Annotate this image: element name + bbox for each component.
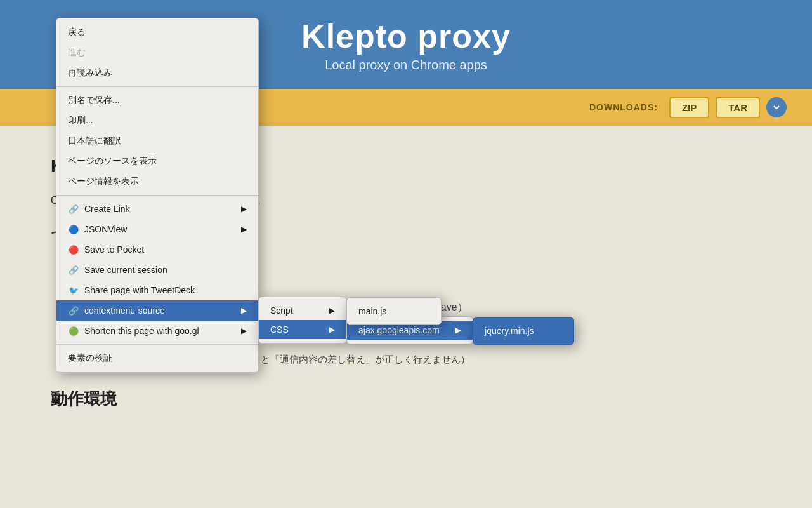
tar-download-button[interactable]: TAR xyxy=(716,97,760,118)
arrow-icon xyxy=(772,103,781,112)
arrow-icon: ▶ xyxy=(241,306,247,315)
ctx-shorten-label: Shorten this page with goo.gl xyxy=(84,326,231,336)
ctx-inspect-label: 要素の検証 xyxy=(68,352,247,364)
ctx-translate[interactable]: 日本語に翻訳 xyxy=(56,131,258,151)
ctx-tweetdeck[interactable]: 🐦 Share page with TweetDeck xyxy=(56,280,258,300)
ctx-jsonview-label: JSONView xyxy=(84,224,231,234)
ctx-create-link-label: Create Link xyxy=(84,204,231,214)
arrow-icon: ▶ xyxy=(241,225,247,234)
arrow-icon: ▶ xyxy=(241,326,247,335)
tweetdeck-icon: 🐦 xyxy=(68,284,79,296)
submenu-script-items: main.js xyxy=(346,297,442,325)
submenu-main-js[interactable]: main.js xyxy=(347,302,441,321)
site-subtitle: Local proxy on Chrome apps xyxy=(301,58,511,72)
ctx-reload[interactable]: 再読み込み xyxy=(56,63,258,83)
header-content: Klepto proxy Local proxy on Chrome apps xyxy=(301,17,511,72)
submenu-main-js-label: main.js xyxy=(358,306,386,316)
ctx-tweetdeck-label: Share page with TweetDeck xyxy=(84,285,247,295)
ctx-save-as[interactable]: 別名で保存... xyxy=(56,90,258,110)
ctx-translate-label: 日本語に翻訳 xyxy=(68,135,247,147)
env-heading: 動作環境 xyxy=(51,385,761,413)
submenu-jquery-min-label: jquery.min.js xyxy=(485,326,534,336)
ctx-reload-label: 再読み込み xyxy=(68,67,247,79)
ctx-pocket[interactable]: 🔴 Save to Pocket xyxy=(56,239,258,260)
arrow-icon: ▶ xyxy=(455,326,461,335)
link-icon: 🔗 xyxy=(68,203,79,215)
ctx-session-label: Save current session xyxy=(84,265,247,275)
submenu-level-1: Script ▶ main.js CSS ▶ ajax.googleapis.c… xyxy=(258,297,347,344)
ctx-forward-label: 進む xyxy=(68,47,247,58)
zip-download-button[interactable]: ZIP xyxy=(669,97,709,118)
ctx-back[interactable]: 戻る xyxy=(56,22,258,43)
ctx-inspect[interactable]: 要素の検証 xyxy=(56,348,258,368)
submenu-jquery: jquery.min.js xyxy=(473,317,574,345)
session-icon: 🔗 xyxy=(68,264,79,276)
submenu-jquery-min[interactable]: jquery.min.js xyxy=(473,321,573,340)
pocket-icon: 🔴 xyxy=(68,244,79,255)
ctx-view-source[interactable]: ページのソースを表示 xyxy=(56,151,258,171)
ctx-shorten[interactable]: 🟢 Shorten this page with goo.gl ▶ xyxy=(56,321,258,341)
ctx-forward[interactable]: 進む xyxy=(56,43,258,63)
submenu-script-label: Script xyxy=(270,305,293,316)
shorten-icon: 🟢 xyxy=(68,325,79,337)
contextmenu-source-icon: 🔗 xyxy=(68,305,79,316)
submenu-css-label: CSS xyxy=(270,324,289,335)
arrow-icon: ▶ xyxy=(329,306,335,315)
ctx-jsonview[interactable]: 🔵 JSONView ▶ xyxy=(56,219,258,239)
downloads-label: DOWNLOADS: xyxy=(589,102,658,112)
ctx-save-as-label: 別名で保存... xyxy=(68,95,247,106)
ctx-page-info[interactable]: ページ情報を表示 xyxy=(56,171,258,192)
ctx-sep-1 xyxy=(56,86,258,87)
ctx-sep-3 xyxy=(56,344,258,345)
jsonview-icon: 🔵 xyxy=(68,224,79,235)
ctx-print[interactable]: 印刷... xyxy=(56,110,258,131)
context-menu: 戻る 進む 再読み込み 別名で保存... 印刷... 日本語に翻訳 ページのソー… xyxy=(56,18,259,373)
ctx-sep-2 xyxy=(56,195,258,196)
ctx-page-info-label: ページ情報を表示 xyxy=(68,176,247,187)
ctx-view-source-label: ページのソースを表示 xyxy=(68,156,247,167)
submenu-ajax-label: ajax.googleapis.com xyxy=(358,325,440,335)
submenu-script[interactable]: Script ▶ main.js xyxy=(259,301,346,320)
arrow-icon: ▶ xyxy=(241,204,247,213)
ctx-print-label: 印刷... xyxy=(68,115,247,126)
circle-button[interactable] xyxy=(766,97,787,117)
ctx-contextmenu-source-label: contextmenu-source xyxy=(84,305,231,316)
ctx-session[interactable]: 🔗 Save current session xyxy=(56,260,258,280)
ctx-create-link[interactable]: 🔗 Create Link ▶ xyxy=(56,199,258,219)
site-title: Klepto proxy xyxy=(301,17,511,55)
arrow-icon: ▶ xyxy=(329,325,335,334)
ctx-pocket-label: Save to Pocket xyxy=(84,244,247,255)
ctx-contextmenu-source[interactable]: 🔗 contextmenu-source ▶ Script ▶ main.js … xyxy=(56,300,258,321)
ctx-back-label: 戻る xyxy=(68,27,247,38)
submenu-css[interactable]: CSS ▶ ajax.googleapis.com ▶ jquery.min.j… xyxy=(259,320,346,339)
